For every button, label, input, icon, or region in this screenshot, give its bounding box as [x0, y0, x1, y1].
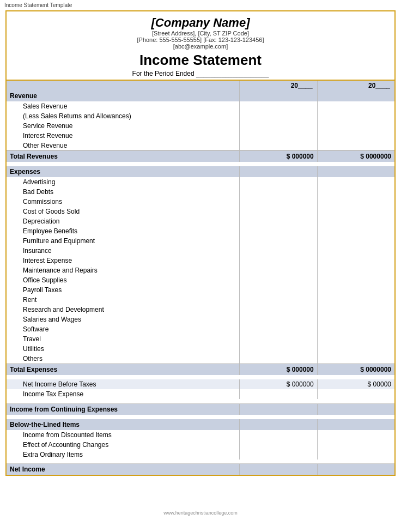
expense-item-label: Salaries and Wages: [6, 315, 239, 324]
expense-item-label: Depreciation: [6, 216, 239, 226]
table-row: Utilities: [6, 344, 395, 354]
expense-item-label: Software: [6, 324, 239, 334]
table-row: Employee Benefits: [6, 226, 395, 236]
expense-item-label: Research and Development: [6, 305, 239, 315]
watermark-top: Income Statement Template: [0, 0, 401, 10]
table-row: Research and Development: [6, 305, 395, 315]
net-income-before-taxes-val2: $ 00000: [317, 379, 395, 389]
revenue-item-val1: [239, 101, 317, 111]
col2-header: 20____: [317, 81, 395, 90]
expense-item-maintenance: Maintenance and Repairs: [6, 265, 239, 275]
email-line: [abc@example.com]: [28, 43, 373, 50]
total-expenses-row: Total Expenses $ 000000 $ 0000000: [6, 364, 395, 376]
col-label-header: [6, 81, 239, 90]
expense-item-label: Others: [6, 354, 239, 364]
expense-item-label: Insurance: [6, 246, 239, 256]
doc-title: Income Statement: [28, 52, 373, 69]
table-row: Other Revenue: [6, 141, 395, 151]
net-income-label: Net Income: [6, 464, 239, 476]
table-row: Effect of Accounting Changes: [6, 440, 395, 450]
expense-item-label: Payroll Taxes: [6, 285, 239, 295]
revenue-item-label: Other Revenue: [6, 141, 239, 151]
below-the-line-label: Below-the-Lined Items: [6, 419, 239, 430]
table-row: Extra Ordinary Items: [6, 450, 395, 460]
total-revenues-row: Total Revenues $ 000000 $ 0000000: [6, 151, 395, 162]
expense-item-label: Advertising: [6, 177, 239, 187]
total-expenses-label: Total Expenses: [6, 364, 239, 376]
table-row: Furniture and Equipment: [6, 236, 395, 246]
net-income-before-taxes-val1: $ 000000: [239, 379, 317, 389]
table-row: Insurance: [6, 246, 395, 256]
total-revenues-label: Total Revenues: [6, 151, 239, 162]
address-line2: [Phone: 555-555-55555] [Fax: 123-123-123…: [28, 37, 373, 43]
spacer-row: [6, 399, 395, 403]
expense-item-label: Employee Benefits: [6, 226, 239, 236]
table-row: Commissions: [6, 197, 395, 207]
net-income-row: Net Income: [6, 464, 395, 476]
spacer-row: [6, 162, 395, 166]
total-expenses-val2: $ 0000000: [317, 364, 395, 376]
below-item-label: Effect of Accounting Changes: [6, 440, 239, 450]
below-the-line-header: Below-the-Lined Items: [6, 419, 395, 430]
expense-item-label: Cost of Goods Sold: [6, 207, 239, 216]
table-row: Rent: [6, 295, 395, 305]
expense-item-label: Commissions: [6, 197, 239, 207]
table-row: Depreciation: [6, 216, 395, 226]
table-row: Maintenance and Repairs: [6, 265, 395, 275]
table-row: (Less Sales Returns and Allowances): [6, 111, 395, 121]
address-line1: [Street Address], [City, ST ZIP Code]: [28, 30, 373, 37]
revenue-section-header: Revenue: [6, 90, 395, 101]
expense-item-label: Rent: [6, 295, 239, 305]
below-item-label: Extra Ordinary Items: [6, 450, 239, 460]
revenue-item-label: Interest Revenue: [6, 131, 239, 141]
revenue-col2: [317, 90, 395, 101]
total-expenses-val1: $ 000000: [239, 364, 317, 376]
table-row: Cost of Goods Sold: [6, 207, 395, 216]
expense-item-label: Bad Debts: [6, 187, 239, 197]
period-label: For the Period Ended ___________________…: [28, 70, 373, 77]
expenses-label: Expenses: [6, 166, 239, 177]
revenue-item-label: Service Revenue: [6, 121, 239, 131]
table-row: Software: [6, 324, 395, 334]
table-row: Bad Debts: [6, 187, 395, 197]
revenue-label: Revenue: [6, 90, 239, 101]
col1-header: 20____: [239, 81, 317, 90]
income-tax-row: Income Tax Expense: [6, 389, 395, 399]
revenue-item-val2: [317, 101, 395, 111]
table-row: Travel: [6, 334, 395, 344]
table-row: Sales Revenue: [6, 101, 395, 111]
revenue-item-label: Sales Revenue: [6, 101, 239, 111]
spacer-row: [6, 415, 395, 419]
revenue-item-label: (Less Sales Returns and Allowances): [6, 111, 239, 121]
expenses-section-header: Expenses: [6, 166, 395, 177]
header-section: [Company Name] [Street Address], [City, …: [5, 10, 396, 81]
table-row: Income from Discounted Items: [6, 430, 395, 440]
table-row: Interest Revenue: [6, 131, 395, 141]
table-row: Advertising: [6, 177, 395, 187]
table-row: Office Supplies: [6, 275, 395, 285]
income-continuing-row: Income from Continuing Expenses: [6, 403, 395, 415]
expense-item-label: Office Supplies: [6, 275, 239, 285]
expense-item-label: Travel: [6, 334, 239, 344]
total-revenues-val2: $ 0000000: [317, 151, 395, 162]
total-revenues-val1: $ 000000: [239, 151, 317, 162]
below-item-label: Income from Discounted Items: [6, 430, 239, 440]
expense-item-label: Furniture and Equipment: [6, 236, 239, 246]
expense-item-label: Utilities: [6, 344, 239, 354]
income-continuing-label: Income from Continuing Expenses: [6, 403, 239, 415]
table-row: Interest Expense: [6, 256, 395, 265]
revenue-col1: [239, 90, 317, 101]
table-row: Salaries and Wages: [6, 315, 395, 324]
net-income-before-taxes-label: Net Income Before Taxes: [6, 379, 239, 389]
expense-item-label: Interest Expense: [6, 256, 239, 265]
watermark-bottom: www.heritagechristiancollege.com: [0, 510, 401, 516]
column-header-row: 20____ 20____: [6, 81, 395, 90]
spacer-row: [6, 460, 395, 464]
company-name: [Company Name]: [28, 16, 373, 30]
table-row: Others: [6, 354, 395, 364]
income-tax-label: Income Tax Expense: [6, 389, 239, 399]
net-income-before-taxes-row: Net Income Before Taxes $ 000000 $ 00000: [6, 379, 395, 389]
table-row: Service Revenue: [6, 121, 395, 131]
spacer-row: [6, 375, 395, 379]
income-statement-table: 20____ 20____ Revenue Sales Revenue (Les…: [5, 81, 396, 476]
